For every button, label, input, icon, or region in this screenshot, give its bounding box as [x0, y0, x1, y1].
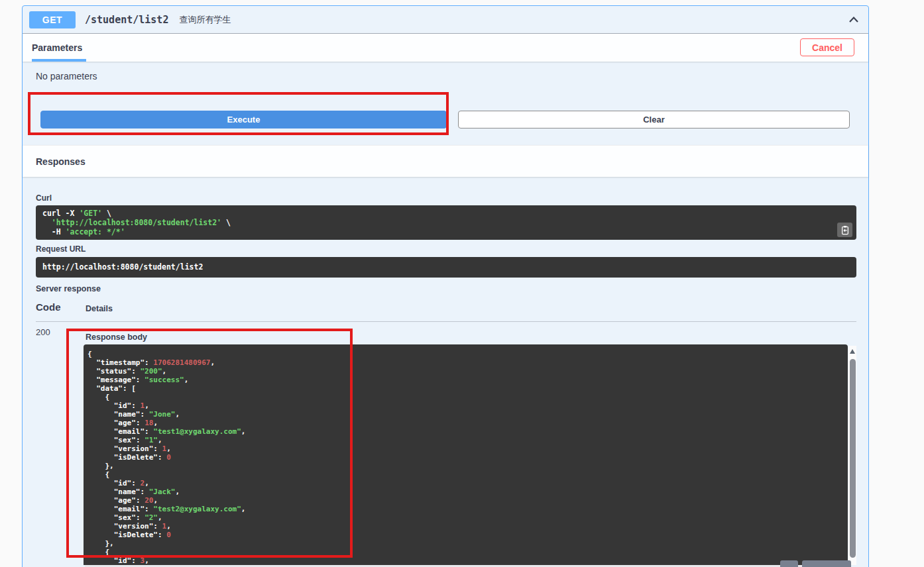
chevron-up-icon: [847, 13, 860, 26]
swagger-ui-page: GET /student/list2 查询所有学生 Parameters Can…: [0, 0, 924, 567]
copy-response-button[interactable]: [780, 560, 798, 567]
details-column-header: Details: [86, 305, 113, 313]
execute-button[interactable]: Execute: [40, 111, 447, 129]
responses-header-band: Responses: [23, 145, 868, 177]
clear-button[interactable]: Clear: [458, 111, 850, 129]
table-header-divider: [36, 321, 856, 322]
parameters-header-band: Parameters Cancel: [23, 34, 868, 62]
no-parameters-text: No parameters: [36, 71, 97, 81]
response-body-label: Response body: [86, 333, 147, 342]
curl-label: Curl: [36, 194, 52, 202]
download-response-button[interactable]: [802, 560, 851, 567]
endpoint-path: /student/list2: [85, 14, 168, 26]
tab-parameters[interactable]: Parameters: [32, 34, 82, 62]
request-url-block: http://localhost:8080/student/list2: [36, 257, 856, 278]
operation-summary[interactable]: GET /student/list2 查询所有学生: [23, 6, 868, 34]
operation-panel-get-student-list2: GET /student/list2 查询所有学生 Parameters Can…: [22, 5, 869, 567]
active-tab-underline: [32, 59, 86, 62]
http-method-badge: GET: [29, 11, 76, 28]
response-body-block: { "timestamp": 1706281480967, "status": …: [84, 344, 848, 565]
code-column-header: Code: [36, 302, 61, 312]
server-response-label: Server response: [36, 285, 101, 293]
cancel-button[interactable]: Cancel: [800, 38, 854, 56]
curl-command-block: curl -X 'GET' \ 'http://localhost:8080/s…: [36, 205, 856, 240]
collapse-button[interactable]: [846, 12, 862, 28]
responses-title: Responses: [36, 146, 86, 177]
scrollbar-up-arrow-icon[interactable]: [850, 349, 855, 354]
endpoint-summary-text: 查询所有学生: [179, 14, 231, 26]
copy-to-clipboard-button[interactable]: [837, 223, 852, 237]
response-status-code: 200: [36, 328, 50, 336]
request-url-label: Request URL: [36, 245, 86, 253]
vertical-scrollbar-thumb[interactable]: [850, 359, 856, 558]
tab-parameters-label: Parameters: [32, 42, 82, 53]
clipboard-icon: [840, 225, 850, 235]
